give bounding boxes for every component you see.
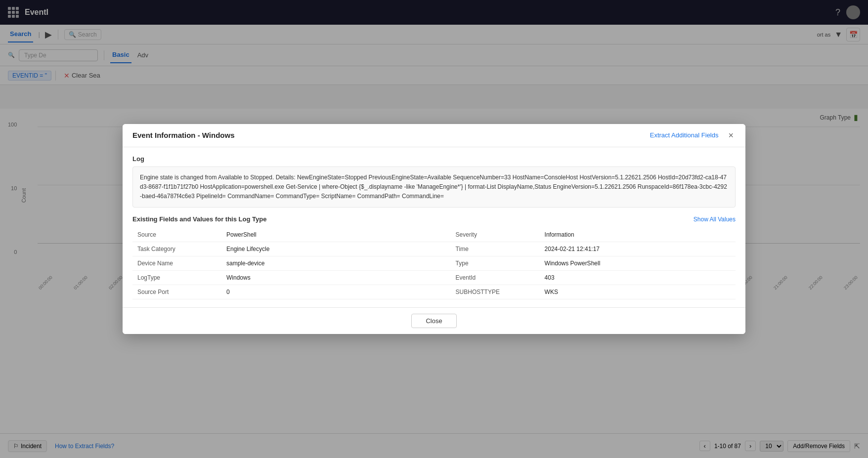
fields-table: Source PowerShell Severity Information T… [132, 228, 736, 299]
field-value-left: Engine Lifecycle [221, 242, 451, 256]
field-value-right: Information [540, 228, 736, 242]
field-value-right: 403 [540, 271, 736, 285]
field-value-left: sample-device [221, 256, 451, 271]
fields-section-title: Existing Fields and Values for this Log … [132, 215, 694, 223]
event-info-modal: Event Information - Windows Extract Addi… [123, 124, 745, 334]
table-row: LogType Windows EventId 403 [132, 271, 736, 285]
field-value-left: PowerShell [221, 228, 451, 242]
table-row: Source Port 0 SUBHOSTTYPE WKS [132, 285, 736, 299]
field-label-left: Source Port [132, 285, 221, 299]
field-label-left: Task Category [132, 242, 221, 256]
table-row: Device Name sample-device Type Windows P… [132, 256, 736, 271]
field-label-right: Severity [451, 228, 540, 242]
field-value-right: Windows PowerShell [540, 256, 736, 271]
field-value-right: WKS [540, 285, 736, 299]
field-label-right: SUBHOSTTYPE [451, 285, 540, 299]
field-label-left: LogType [132, 271, 221, 285]
log-section-title: Log [132, 155, 736, 163]
modal-header: Event Information - Windows Extract Addi… [123, 124, 745, 147]
field-label-left: Source [132, 228, 221, 242]
modal-close-button[interactable]: × [726, 131, 736, 140]
field-value-left: Windows [221, 271, 451, 285]
field-value-right: 2024-02-21 12:41:17 [540, 242, 736, 256]
table-row: Source PowerShell Severity Information [132, 228, 736, 242]
field-label-left: Device Name [132, 256, 221, 271]
field-value-left: 0 [221, 285, 451, 299]
modal-body: Log Engine state is changed from Availab… [123, 147, 745, 308]
modal-title: Event Information - Windows [132, 131, 650, 139]
log-text: Engine state is changed from Available t… [132, 167, 736, 208]
show-all-values-link[interactable]: Show All Values [694, 216, 736, 223]
table-row: Task Category Engine Lifecycle Time 2024… [132, 242, 736, 256]
close-modal-button[interactable]: Close [411, 314, 456, 328]
extract-additional-fields-link[interactable]: Extract Additional Fields [650, 131, 719, 139]
modal-overlay: Event Information - Windows Extract Addi… [0, 0, 868, 458]
field-label-right: Time [451, 242, 540, 256]
field-label-right: EventId [451, 271, 540, 285]
modal-footer: Close [123, 307, 745, 334]
fields-section-header: Existing Fields and Values for this Log … [132, 215, 736, 223]
field-label-right: Type [451, 256, 540, 271]
